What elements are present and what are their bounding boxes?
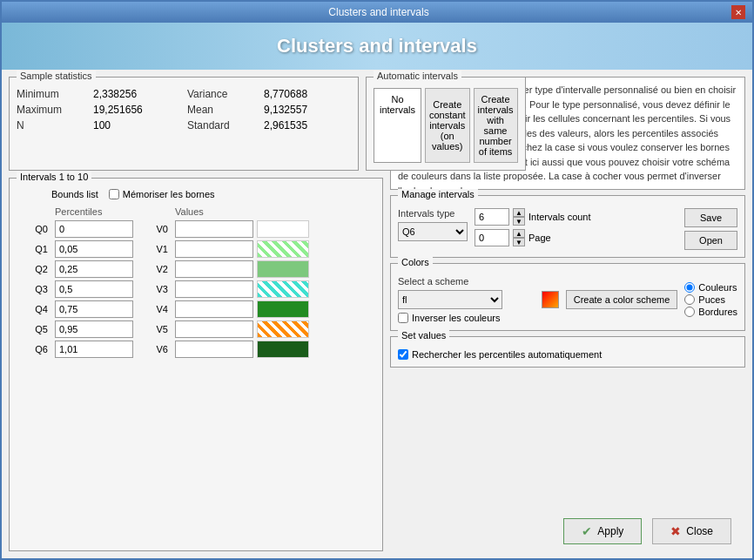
- manage-content: Intervals type Q4 Q5 Q6 Q7 ▲: [398, 208, 737, 250]
- variance-value: 8,770688: [264, 88, 351, 100]
- interval-row: Q5 V5: [17, 320, 375, 338]
- q-label-6: Q6: [17, 344, 51, 354]
- page-up-button[interactable]: ▲: [513, 229, 525, 238]
- percentile-input-6[interactable]: [55, 341, 133, 358]
- color-swatch-6[interactable]: [257, 341, 309, 358]
- select-scheme-label: Select a scheme: [398, 276, 535, 287]
- page-spinner-buttons: ▲ ▼: [513, 229, 525, 246]
- percentile-input-2[interactable]: [55, 260, 133, 278]
- value-input-5[interactable]: [175, 320, 253, 338]
- auto-intervals-content: No intervals Create constant intervals (…: [374, 88, 518, 163]
- percentiles-header: Percentiles: [55, 206, 133, 217]
- apply-button[interactable]: ✔ Apply: [563, 518, 642, 544]
- standard-value: 2,961535: [264, 119, 351, 132]
- set-values-title: Set values: [398, 330, 449, 341]
- create-color-scheme-button[interactable]: Create a color scheme: [566, 290, 678, 309]
- color-swatch-4[interactable]: [257, 300, 309, 318]
- puces-radio[interactable]: [684, 294, 695, 305]
- value-input-3[interactable]: [175, 280, 253, 298]
- percentile-input-5[interactable]: [55, 320, 133, 338]
- value-input-1[interactable]: [175, 240, 253, 258]
- intervals-count-input[interactable]: [475, 208, 509, 226]
- intervals-type-label: Intervals type: [398, 208, 468, 219]
- memoriser-checkbox-label[interactable]: Mémoriser les bornes: [109, 189, 215, 199]
- value-input-4[interactable]: [175, 300, 253, 318]
- percentile-input-1[interactable]: [55, 240, 133, 258]
- couleurs-radio-label[interactable]: Couleurs: [684, 282, 737, 293]
- page-down-button[interactable]: ▼: [513, 238, 525, 246]
- v-label-4: V4: [137, 304, 172, 314]
- puces-radio-label[interactable]: Puces: [684, 294, 737, 305]
- interval-row: Q6 V6: [17, 341, 375, 358]
- color-swatch-5[interactable]: [257, 320, 309, 338]
- q-label-0: Q0: [17, 224, 51, 234]
- mean-value: 9,132557: [264, 104, 351, 116]
- page-label: Page: [528, 233, 551, 243]
- maximum-value: 19,251656: [93, 104, 180, 116]
- bordures-label: Bordures: [698, 307, 737, 317]
- scheme-group: Select a scheme fl option2 Inverser les …: [398, 276, 535, 323]
- value-input-2[interactable]: [175, 260, 253, 278]
- memoriser-checkbox[interactable]: [109, 189, 119, 199]
- inverser-checkbox[interactable]: [398, 313, 408, 323]
- interval-row: Q3 V3: [17, 280, 375, 298]
- create-constant-intervals-button[interactable]: Create constant intervals (on values): [425, 88, 470, 163]
- value-input-6[interactable]: [175, 341, 253, 358]
- no-intervals-label: No intervals: [374, 89, 421, 120]
- intervals-header: Bounds list Mémoriser les bornes: [17, 189, 375, 199]
- v-label-1: V1: [137, 244, 172, 254]
- create-intervals-items-button[interactable]: Create intervals with same number of ite…: [474, 88, 518, 163]
- set-values-section: Set values Rechercher les percentiles au…: [390, 336, 745, 368]
- page-input[interactable]: [475, 229, 509, 246]
- color-swatch-3[interactable]: [257, 280, 309, 298]
- q-label-5: Q5: [17, 324, 51, 334]
- scheme-row: fl option2: [398, 290, 535, 309]
- stats-grid: Minimum 2,338256 Variance 8,770688 Maxim…: [17, 88, 351, 132]
- minimum-label: Minimum: [17, 88, 86, 100]
- window-close-button[interactable]: ✕: [731, 5, 745, 19]
- bordures-radio-label[interactable]: Bordures: [684, 307, 737, 317]
- open-button[interactable]: Open: [684, 231, 737, 250]
- bounds-list-label: Bounds list: [51, 189, 98, 199]
- color-swatch-1[interactable]: [257, 240, 309, 258]
- value-input-0[interactable]: [175, 220, 253, 238]
- interval-row: Q1 V1: [17, 240, 375, 258]
- q-label-1: Q1: [17, 244, 51, 254]
- rechercher-checkbox-label[interactable]: Rechercher les percentiles automatiqueme…: [398, 349, 737, 360]
- set-values-content: Rechercher les percentiles automatiqueme…: [398, 349, 737, 360]
- main-window: Clusters and intervals ✕ Clusters and in…: [0, 0, 754, 560]
- intervals-type-select[interactable]: Q4 Q5 Q6 Q7: [398, 222, 468, 241]
- no-intervals-box[interactable]: No intervals: [374, 88, 421, 163]
- memoriser-label-text: Mémoriser les bornes: [123, 189, 215, 199]
- count-down-button[interactable]: ▼: [513, 217, 525, 226]
- inverser-checkbox-label[interactable]: Inverser les couleurs: [398, 313, 535, 323]
- count-up-button[interactable]: ▲: [513, 208, 525, 217]
- percentile-input-4[interactable]: [55, 300, 133, 318]
- close-label: Close: [686, 525, 713, 537]
- footer: ✔ Apply ✖ Close: [390, 511, 745, 551]
- window-title: Clusters and intervals: [328, 6, 428, 18]
- top-row: Sample statistics Minimum 2,338256 Varia…: [9, 77, 383, 171]
- intervals-section: Intervals 1 to 10 Bounds list Mémoriser …: [9, 178, 383, 551]
- variance-label: Variance: [187, 88, 257, 100]
- inverser-label-text: Inverser les couleurs: [412, 313, 501, 323]
- page-spinner-group: ▲ ▼ Page: [475, 229, 591, 246]
- manage-intervals-section: Manage intervals Intervals type Q4 Q5 Q6…: [390, 195, 745, 258]
- couleurs-label: Couleurs: [698, 282, 737, 293]
- percentile-input-0[interactable]: [55, 220, 133, 238]
- header-title: Clusters and intervals: [277, 35, 477, 57]
- color-swatch-2[interactable]: [257, 260, 309, 278]
- standard-label: Standard: [187, 119, 257, 132]
- rechercher-checkbox[interactable]: [398, 349, 408, 360]
- color-swatch-0[interactable]: [257, 220, 309, 238]
- mean-label: Mean: [187, 104, 257, 116]
- couleurs-radio[interactable]: [684, 282, 695, 293]
- color-square: [542, 291, 559, 308]
- scheme-select[interactable]: fl option2: [398, 290, 502, 309]
- intervals-section-title: Intervals 1 to 10: [17, 172, 91, 182]
- save-button[interactable]: Save: [684, 208, 737, 227]
- close-button[interactable]: ✖ Close: [652, 518, 731, 544]
- bordures-radio[interactable]: [684, 307, 695, 317]
- percentile-input-3[interactable]: [55, 280, 133, 298]
- n-label: N: [17, 119, 86, 132]
